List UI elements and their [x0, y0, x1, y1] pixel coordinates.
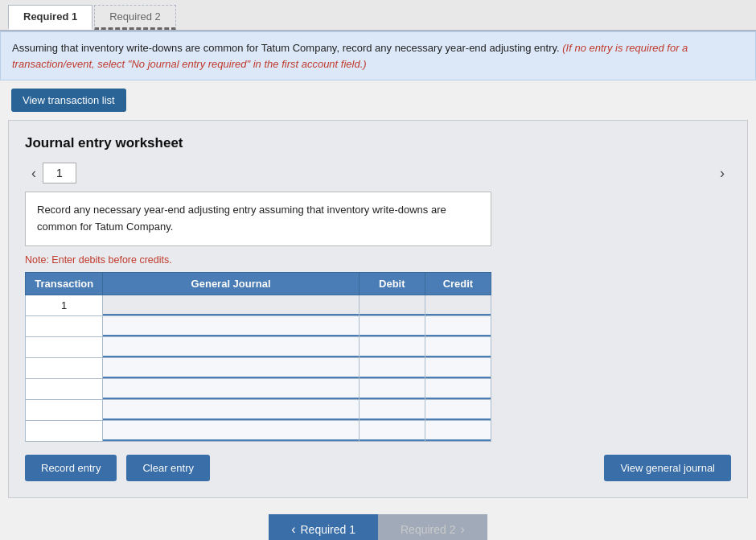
col-header-general-journal: General Journal — [103, 272, 359, 295]
bottom-prev-button[interactable]: Required 1 — [269, 514, 378, 540]
info-banner-text: Assuming that inventory write-downs are … — [12, 42, 560, 54]
debit-input-7[interactable] — [360, 421, 425, 441]
credit-input-1[interactable] — [425, 295, 491, 315]
table-row — [26, 420, 491, 441]
debit-input-6[interactable] — [360, 400, 425, 420]
tab-required2[interactable]: Required 2 — [94, 5, 176, 30]
clear-entry-button[interactable]: Clear entry — [126, 455, 210, 481]
general-journal-input-6[interactable] — [103, 400, 358, 420]
debit-input-4[interactable] — [360, 358, 425, 378]
table-row — [26, 378, 491, 399]
transaction-cell-7 — [26, 420, 103, 441]
prev-arrow-icon — [291, 522, 295, 537]
credit-input-2[interactable] — [425, 316, 491, 336]
credit-cell-6[interactable] — [425, 399, 491, 420]
tabs-bar: Required 1 Required 2 — [0, 0, 756, 31]
credit-input-4[interactable] — [425, 358, 491, 378]
table-row — [26, 336, 491, 357]
transaction-cell-3 — [26, 336, 103, 357]
tab-required1[interactable]: Required 1 — [8, 5, 92, 30]
general-journal-cell-5[interactable] — [103, 378, 359, 399]
col-header-transaction: Transaction — [26, 272, 103, 295]
journal-table: Transaction General Journal Debit Credit… — [25, 272, 491, 442]
general-journal-input-1[interactable] — [103, 295, 358, 315]
view-general-journal-button[interactable]: View general journal — [604, 455, 731, 481]
credit-cell-2[interactable] — [425, 315, 491, 336]
credit-input-6[interactable] — [425, 400, 491, 420]
debit-cell-2[interactable] — [359, 315, 425, 336]
transaction-cell-5 — [26, 378, 103, 399]
page-number: 1 — [43, 163, 76, 183]
general-journal-input-4[interactable] — [103, 358, 358, 378]
next-page-button[interactable]: › — [713, 165, 731, 182]
description-text: Record any necessary year-end adjusting … — [37, 204, 446, 233]
debit-cell-4[interactable] — [359, 357, 425, 378]
credit-cell-3[interactable] — [425, 336, 491, 357]
credit-input-7[interactable] — [425, 421, 491, 441]
debit-cell-3[interactable] — [359, 336, 425, 357]
worksheet-title: Journal entry worksheet — [25, 135, 731, 151]
credit-cell-1[interactable] — [425, 295, 491, 315]
description-box: Record any necessary year-end adjusting … — [25, 192, 491, 246]
transaction-cell-6 — [26, 399, 103, 420]
col-header-credit: Credit — [425, 272, 491, 295]
credit-cell-7[interactable] — [425, 420, 491, 441]
debit-input-2[interactable] — [360, 316, 425, 336]
general-journal-input-3[interactable] — [103, 337, 358, 357]
prev-page-button[interactable]: ‹ — [25, 165, 43, 182]
general-journal-input-7[interactable] — [103, 421, 358, 441]
debit-cell-7[interactable] — [359, 420, 425, 441]
general-journal-cell-1[interactable] — [103, 295, 359, 315]
general-journal-input-5[interactable] — [103, 379, 358, 399]
credit-input-5[interactable] — [425, 379, 491, 399]
debit-cell-1[interactable] — [359, 295, 425, 315]
credit-cell-5[interactable] — [425, 378, 491, 399]
col-header-debit: Debit — [359, 272, 425, 295]
table-row: 1 — [26, 295, 491, 315]
debit-input-5[interactable] — [360, 379, 425, 399]
debit-input-3[interactable] — [360, 337, 425, 357]
general-journal-cell-4[interactable] — [103, 357, 359, 378]
bottom-next-button: Required 2 — [378, 514, 487, 540]
credit-cell-4[interactable] — [425, 357, 491, 378]
general-journal-cell-2[interactable] — [103, 315, 359, 336]
table-row — [26, 357, 491, 378]
next-arrow-icon — [461, 522, 465, 537]
debit-cell-5[interactable] — [359, 378, 425, 399]
general-journal-cell-7[interactable] — [103, 420, 359, 441]
debit-input-1[interactable] — [360, 295, 425, 315]
worksheet-tab-nav: ‹ 1 › — [25, 163, 731, 183]
debit-cell-6[interactable] — [359, 399, 425, 420]
table-row — [26, 399, 491, 420]
action-buttons: Record entry Clear entry View general jo… — [25, 455, 731, 481]
general-journal-cell-6[interactable] — [103, 399, 359, 420]
view-transaction-button[interactable]: View transaction list — [11, 89, 126, 112]
note-text: Note: Enter debits before credits. — [25, 254, 731, 266]
transaction-cell-1: 1 — [26, 295, 103, 315]
bottom-next-label: Required 2 — [401, 523, 456, 536]
general-journal-input-2[interactable] — [103, 316, 358, 336]
table-row — [26, 315, 491, 336]
bottom-prev-label: Required 1 — [301, 523, 356, 536]
credit-input-3[interactable] — [425, 337, 491, 357]
record-entry-button[interactable]: Record entry — [25, 455, 117, 481]
bottom-nav: Required 1 Required 2 — [0, 514, 756, 540]
transaction-cell-2 — [26, 315, 103, 336]
general-journal-cell-3[interactable] — [103, 336, 359, 357]
transaction-cell-4 — [26, 357, 103, 378]
info-banner: Assuming that inventory write-downs are … — [0, 31, 756, 80]
worksheet-container: Journal entry worksheet ‹ 1 › Record any… — [8, 120, 748, 498]
